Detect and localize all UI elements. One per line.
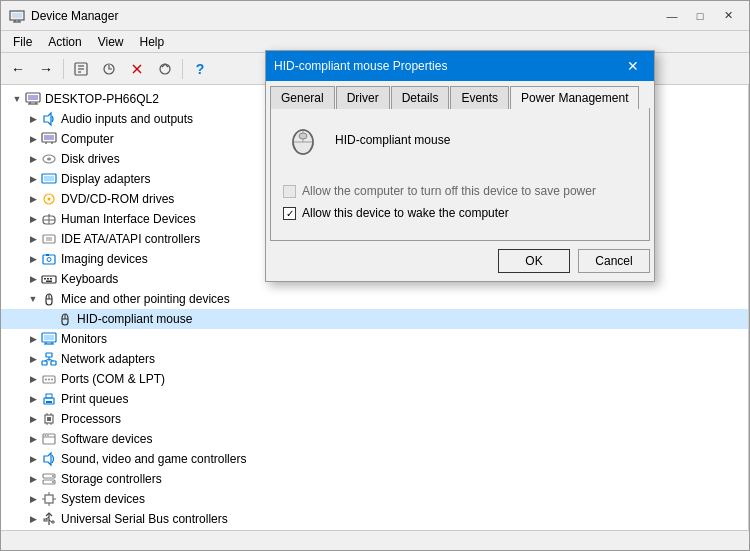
tree-monitors-toggle[interactable]: ▶ [25, 331, 41, 347]
tree-display-label: Display adapters [61, 172, 150, 186]
tab-details[interactable]: Details [391, 86, 450, 109]
svg-point-37 [47, 258, 51, 262]
svg-rect-65 [46, 401, 52, 403]
svg-point-75 [47, 435, 49, 437]
svg-rect-55 [51, 361, 56, 365]
toolbar-sep-2 [182, 59, 183, 79]
dm-minimize-btn[interactable]: — [659, 5, 685, 27]
tree-item-sound[interactable]: ▶ Sound, video and game controllers [1, 449, 748, 469]
tree-proc-toggle[interactable]: ▶ [25, 411, 41, 427]
tree-item-software[interactable]: ▶ Software devices [1, 429, 748, 449]
tree-sound-toggle[interactable]: ▶ [25, 451, 41, 467]
tree-software-label: Software devices [61, 432, 152, 446]
toolbar-help-btn[interactable]: ? [187, 56, 213, 82]
tree-item-network[interactable]: ▶ Network adapters [1, 349, 748, 369]
tree-item-hid-mouse[interactable]: ▶ HID-compliant mouse [1, 309, 748, 329]
tree-computer-label: Computer [61, 132, 114, 146]
tree-ports-icon [41, 371, 57, 387]
checkbox-turn-off[interactable] [283, 185, 296, 198]
svg-point-12 [160, 64, 170, 74]
toolbar-uninstall-btn[interactable] [124, 56, 150, 82]
svg-rect-41 [47, 278, 49, 280]
tab-events[interactable]: Events [450, 86, 509, 109]
tree-software-toggle[interactable]: ▶ [25, 431, 41, 447]
tree-root-toggle[interactable]: ▼ [9, 91, 25, 107]
prop-device-icon [283, 120, 323, 160]
tree-storage-toggle[interactable]: ▶ [25, 471, 41, 487]
tree-display-icon [41, 171, 57, 187]
tree-hid-icon [41, 211, 57, 227]
tree-hid-toggle[interactable]: ▶ [25, 211, 41, 227]
tree-item-ports[interactable]: ▶ Ports (COM & LPT) [1, 369, 748, 389]
toolbar-sep-1 [63, 59, 64, 79]
tree-imaging-icon [41, 251, 57, 267]
tree-display-toggle[interactable]: ▶ [25, 171, 41, 187]
svg-point-28 [48, 198, 51, 201]
tab-general[interactable]: General [270, 86, 335, 109]
tree-network-label: Network adapters [61, 352, 155, 366]
dm-statusbar [1, 530, 749, 550]
dm-close-btn[interactable]: ✕ [715, 5, 741, 27]
tree-mice-toggle[interactable]: ▼ [25, 291, 41, 307]
tree-network-icon [41, 351, 57, 367]
tree-item-print[interactable]: ▶ Print queues [1, 389, 748, 409]
tree-dvd-label: DVD/CD-ROM drives [61, 192, 174, 206]
cancel-button[interactable]: Cancel [578, 249, 650, 273]
tree-disk-toggle[interactable]: ▶ [25, 151, 41, 167]
tree-item-system[interactable]: ▶ System devices [1, 489, 748, 509]
tree-usb-toggle[interactable]: ▶ [25, 511, 41, 527]
tree-usb-icon [41, 511, 57, 527]
tree-hid-label: Human Interface Devices [61, 212, 196, 226]
tree-network-toggle[interactable]: ▶ [25, 351, 41, 367]
tab-power-management[interactable]: Power Management [510, 86, 639, 109]
prop-device-header: HID-compliant mouse [283, 120, 637, 168]
prop-device-name: HID-compliant mouse [335, 133, 450, 147]
menu-file[interactable]: File [5, 33, 40, 51]
menu-help[interactable]: Help [132, 33, 173, 51]
toolbar-back-btn[interactable]: ← [5, 56, 31, 82]
toolbar-properties-btn[interactable] [68, 56, 94, 82]
svg-rect-26 [44, 176, 54, 181]
svg-point-90 [52, 521, 54, 523]
tree-ide-toggle[interactable]: ▶ [25, 231, 41, 247]
ok-button[interactable]: OK [498, 249, 570, 273]
svg-rect-14 [28, 95, 38, 100]
prop-option-wake: Allow this device to wake the computer [283, 206, 637, 220]
tree-print-toggle[interactable]: ▶ [25, 391, 41, 407]
checkbox-wake[interactable] [283, 207, 296, 220]
tree-audio-icon [41, 111, 57, 127]
tree-proc-icon [41, 411, 57, 427]
svg-rect-67 [47, 417, 51, 421]
dm-app-icon [9, 8, 25, 24]
tree-computer-toggle[interactable]: ▶ [25, 131, 41, 147]
tree-item-proc[interactable]: ▶ Processors [1, 409, 748, 429]
dm-maximize-btn[interactable]: □ [687, 5, 713, 27]
prop-footer: OK Cancel [266, 241, 654, 281]
tree-mice-icon [41, 291, 57, 307]
tree-ports-toggle[interactable]: ▶ [25, 371, 41, 387]
tree-computer-icon [41, 131, 57, 147]
svg-rect-33 [43, 235, 55, 243]
tree-usb-label: Universal Serial Bus controllers [61, 512, 228, 526]
toolbar-scan-btn[interactable] [152, 56, 178, 82]
tree-item-monitors[interactable]: ▶ Monitors [1, 329, 748, 349]
prop-close-btn[interactable]: ✕ [620, 55, 646, 77]
tree-item-mice[interactable]: ▼ Mice and other pointing devices [1, 289, 748, 309]
tree-keyboards-toggle[interactable]: ▶ [25, 271, 41, 287]
tree-item-usb[interactable]: ▶ Universal Serial Bus controllers [1, 509, 748, 529]
tree-system-toggle[interactable]: ▶ [25, 491, 41, 507]
tree-imaging-label: Imaging devices [61, 252, 148, 266]
tab-driver[interactable]: Driver [336, 86, 390, 109]
svg-marker-18 [44, 113, 51, 125]
tree-ide-icon [41, 231, 57, 247]
tree-imaging-toggle[interactable]: ▶ [25, 251, 41, 267]
menu-action[interactable]: Action [40, 33, 89, 51]
svg-rect-89 [44, 519, 47, 521]
tree-dvd-toggle[interactable]: ▶ [25, 191, 41, 207]
svg-point-60 [45, 379, 47, 381]
toolbar-forward-btn[interactable]: → [33, 56, 59, 82]
tree-item-storage[interactable]: ▶ Storage controllers [1, 469, 748, 489]
menu-view[interactable]: View [90, 33, 132, 51]
toolbar-update-driver-btn[interactable] [96, 56, 122, 82]
tree-audio-toggle[interactable]: ▶ [25, 111, 41, 127]
